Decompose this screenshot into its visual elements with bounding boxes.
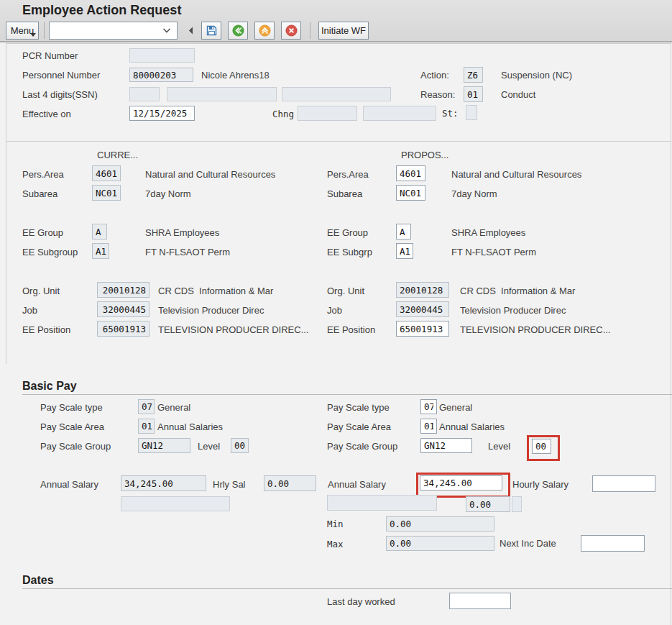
proposed-job-field: 32000445 — [396, 301, 449, 317]
current-pers-area-label: Pers.Area — [22, 169, 64, 180]
proposed-pay-scale-type-label: Pay Scale type — [327, 402, 390, 413]
current-org-unit-field: 20010128 — [97, 282, 149, 298]
personnel-name-text: Nicole Ahrens18 — [201, 70, 270, 81]
panel-border-left — [6, 43, 6, 364]
proposed-level-field[interactable] — [532, 439, 551, 454]
proposed-ee-subgroup-desc: FT N-FLSAOT Perm — [451, 247, 536, 257]
proposed-job-desc: Television Producer Direc — [460, 305, 566, 316]
current-subarea-desc: 7day Norm — [145, 188, 191, 199]
proposed-org-unit-label: Org. Unit — [327, 286, 364, 296]
page-title: Employee Action Request — [22, 3, 181, 18]
proposed-amount2-field: 0.00 — [466, 496, 510, 512]
proposed-ee-position-field[interactable] — [396, 321, 449, 337]
cancel-red-icon — [285, 24, 298, 37]
cancel-button[interactable] — [281, 22, 301, 40]
save-button[interactable] — [201, 22, 221, 40]
last-day-worked-field[interactable] — [449, 593, 511, 609]
last-day-worked-label: Last day worked — [327, 596, 395, 607]
chng-label: Chng — [272, 109, 294, 119]
current-pay-scale-type-label: Pay Scale type — [40, 402, 103, 413]
proposed-org-unit-field: 20010128 — [396, 282, 449, 298]
current-column-header: CURRE... — [97, 150, 138, 160]
current-ee-group-field: A — [92, 224, 107, 239]
toolbar-separator — [310, 22, 310, 39]
proposed-ee-subgroup-field[interactable] — [396, 243, 413, 259]
save-icon — [206, 24, 218, 37]
send-up-button[interactable] — [254, 22, 275, 40]
personnel-number-field: 80000203 — [129, 68, 193, 82]
basic-pay-heading: Basic Pay — [22, 380, 77, 393]
current-level-label: Level — [198, 441, 220, 452]
reason-code-field: 01 — [464, 86, 483, 102]
panel-border-top — [6, 43, 671, 44]
current-pay-scale-type-field: 07 — [138, 399, 155, 414]
current-hourly-salary-field: 0.00 — [264, 475, 316, 491]
current-pers-area-field: 4601 — [92, 165, 121, 181]
max-field: 0.00 — [386, 536, 494, 551]
menu-dropdown-triangle-icon — [30, 33, 36, 37]
current-ee-position-desc: TELEVISION PRODUCER DIREC... — [158, 324, 308, 335]
current-org-unit-desc: CR CDS Information & Mar — [158, 286, 273, 296]
current-subarea-label: Subarea — [22, 188, 57, 199]
proposed-salary-extra-field — [327, 495, 437, 511]
proposed-pay-scale-type-field[interactable] — [420, 399, 437, 414]
personnel-number-label: Personnel Number — [22, 70, 100, 81]
current-ee-subgroup-desc: FT N-FLSAOT Perm — [145, 247, 230, 257]
current-pay-scale-group-field: GN12 — [138, 438, 190, 453]
initiate-wf-button[interactable]: Initiate WF — [318, 22, 369, 40]
current-subarea-field: NC01 — [92, 185, 121, 201]
reason-label: Reason: — [420, 89, 455, 100]
ssn-field-1 — [129, 87, 160, 101]
next-inc-date-label: Next Inc Date — [500, 538, 556, 549]
current-job-field: 32000445 — [97, 301, 149, 317]
action-code-field: Z6 — [464, 67, 483, 83]
current-ee-position-field: 65001913 — [97, 321, 149, 337]
proposed-pay-scale-area-label: Pay Scale Area — [327, 421, 391, 432]
proposed-hourly-salary-field[interactable] — [592, 475, 655, 492]
proposed-pers-area-desc: Natural and Cultural Resources — [451, 169, 581, 180]
current-pay-scale-type-desc: General — [157, 402, 190, 413]
toolbar-separator — [44, 22, 45, 39]
proposed-job-label: Job — [327, 305, 342, 316]
proposed-ee-position-label: EE Position — [327, 324, 375, 335]
proposed-ee-position-desc: TELEVISION PRODUCER DIREC... — [460, 324, 610, 335]
effective-date-field[interactable] — [129, 106, 195, 121]
current-pay-scale-area-desc: Annual Salaries — [157, 421, 223, 432]
proposed-pay-scale-group-field[interactable] — [420, 438, 472, 453]
proposed-ee-group-label: EE Group — [327, 227, 368, 238]
current-ee-subgroup-label: EE Subgroup — [22, 247, 78, 257]
current-job-label: Job — [22, 305, 37, 316]
chevron-down-icon[interactable] — [162, 28, 171, 33]
ssn-field-3 — [282, 87, 391, 101]
proposed-subarea-desc: 7day Norm — [451, 188, 497, 199]
title-toolbar-band: Employee Action Request Menu — [0, 0, 672, 42]
proposed-hourly-salary-label: Hourly Salary — [512, 479, 569, 490]
proposed-pay-scale-area-field[interactable] — [420, 419, 437, 434]
proposed-pers-area-field[interactable] — [396, 165, 425, 181]
proposed-subarea-label: Subarea — [327, 188, 362, 199]
chng-field-1 — [298, 106, 357, 121]
menu-button[interactable]: Menu — [6, 22, 39, 40]
basic-pay-rule — [22, 394, 672, 395]
proposed-ee-group-field[interactable] — [396, 224, 411, 239]
up-orange-icon — [259, 24, 271, 37]
current-annual-salary-field: 34,245.00 — [121, 475, 206, 491]
effective-on-label: Effective on — [22, 109, 71, 119]
st-field — [466, 105, 477, 120]
next-inc-date-field[interactable] — [581, 535, 645, 552]
proposed-column-header: PROPOS... — [401, 150, 448, 160]
ssn-field-2 — [167, 87, 277, 101]
proposed-pay-scale-area-desc: Annual Salaries — [439, 421, 505, 432]
proposed-annual-salary-field[interactable] — [420, 475, 502, 491]
proposed-pay-scale-type-desc: General — [439, 402, 472, 413]
proposed-subarea-field[interactable] — [396, 185, 425, 201]
current-hourly-salary-label: Hrly Sal — [213, 479, 246, 490]
dates-heading: Dates — [22, 574, 54, 587]
proposed-org-unit-desc: CR CDS Information & Mar — [460, 286, 575, 296]
back-button[interactable] — [228, 22, 248, 40]
section-divider — [6, 141, 671, 142]
max-label: Max — [327, 539, 344, 549]
min-label: Min — [327, 519, 344, 529]
transaction-combobox[interactable] — [49, 22, 178, 40]
collapse-left-icon[interactable] — [188, 27, 193, 35]
